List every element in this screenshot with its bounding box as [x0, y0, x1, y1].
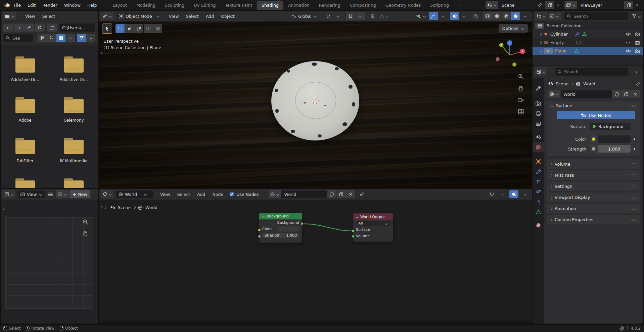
unlink-world-button[interactable]: ✕	[631, 90, 640, 98]
background-color-field[interactable]	[278, 226, 299, 232]
display-vertical-list-button[interactable]	[38, 34, 47, 42]
mist-pass-panel-header[interactable]: Mist Pass	[547, 170, 640, 180]
breadcrumb-world[interactable]: World	[583, 81, 595, 86]
folder-item[interactable]: Addictive Dr...	[5, 56, 45, 96]
camera-view-icon[interactable]	[518, 98, 524, 102]
snap-target-dropdown[interactable]	[333, 12, 342, 20]
filter-toggle-button[interactable]	[77, 34, 86, 42]
folder-item[interactable]: Addictive Dr...	[54, 56, 94, 96]
filter-options-dropdown[interactable]	[86, 34, 95, 42]
shader-editor-type-button[interactable]	[101, 190, 113, 198]
hand-icon[interactable]	[83, 231, 88, 237]
new-image-button[interactable]: + New	[70, 190, 90, 198]
collapse-node-chevron[interactable]	[262, 215, 265, 217]
outliner-type-button[interactable]	[535, 12, 547, 20]
tweak-tool-button[interactable]	[102, 24, 112, 34]
transform-orientation-dropdown[interactable]: Global	[289, 12, 320, 20]
tab-object[interactable]	[533, 156, 544, 166]
unlink-world-button[interactable]: ✕	[346, 190, 355, 198]
zoom-icon[interactable]	[83, 219, 88, 225]
back-button[interactable]: ←	[3, 24, 13, 32]
file-search-field[interactable]	[3, 34, 33, 42]
tab-modifiers[interactable]	[533, 166, 544, 176]
folder-item[interactable]: FabFilter	[5, 137, 45, 178]
panel-drag-grip[interactable]	[630, 196, 637, 199]
shading-wireframe-button[interactable]	[483, 12, 492, 20]
proportional-edit-button[interactable]	[368, 12, 377, 20]
viewlayer-copy-button[interactable]	[624, 1, 633, 9]
node-snap-button[interactable]	[487, 190, 496, 198]
panel-drag-grip[interactable]	[630, 218, 637, 221]
disable-render-camera-icon[interactable]	[635, 32, 640, 36]
menu-help[interactable]: Help	[84, 2, 100, 9]
hidden-eye-icon[interactable]	[626, 41, 631, 44]
shader-overlays-dropdown[interactable]	[520, 190, 530, 198]
background-node[interactable]: Background Background Color Strength1.00…	[259, 213, 302, 243]
folder-item[interactable]: Celemony	[54, 96, 94, 137]
hide-eye-icon[interactable]	[626, 32, 631, 36]
folder-item[interactable]	[5, 178, 45, 188]
tab-compositing[interactable]: Compositing	[345, 1, 380, 10]
hand-icon[interactable]	[518, 86, 523, 91]
forward-button[interactable]: →	[14, 24, 24, 32]
snap-toggle-button[interactable]	[324, 12, 333, 20]
disable-render-camera-icon[interactable]	[635, 49, 640, 53]
tab-physics[interactable]	[533, 186, 544, 197]
snap-settings-dropdown[interactable]	[356, 12, 365, 20]
copy-world-button[interactable]	[337, 190, 346, 198]
collapsed-menus-icon[interactable]	[48, 193, 53, 196]
outliner-filter-button[interactable]	[632, 12, 641, 20]
file-browser-type-button[interactable]	[3, 12, 16, 20]
node-canvas[interactable]: Scene World Background Background Color …	[99, 200, 532, 324]
hide-eye-icon[interactable]	[626, 49, 631, 53]
tab-object-data[interactable]	[533, 207, 544, 217]
browse-world-button[interactable]	[269, 190, 281, 198]
shading-rendered-button[interactable]	[511, 12, 520, 20]
expand-chevron[interactable]	[539, 41, 542, 44]
panel-drag-grip[interactable]	[630, 207, 637, 210]
show-gizmo-button[interactable]	[429, 12, 438, 20]
tab-sculpting[interactable]: Sculpting	[160, 1, 189, 10]
pin-icon[interactable]	[360, 192, 364, 197]
options-button[interactable]: Options	[499, 24, 528, 33]
scene-unlink-button[interactable]: ✕	[555, 3, 562, 8]
background-strength-field[interactable]: Strength1.000	[262, 233, 299, 238]
tab-shading[interactable]: Shading	[257, 1, 283, 10]
select-intersect-mode-button[interactable]	[153, 24, 162, 33]
scene-browse-button[interactable]	[486, 1, 498, 9]
animation-panel-header[interactable]: Animation	[547, 204, 640, 213]
tab-material[interactable]	[533, 220, 544, 230]
tab-layout[interactable]: Layout	[108, 1, 132, 10]
strength-input-socket[interactable]	[258, 235, 261, 238]
expand-chevron[interactable]	[539, 49, 542, 52]
volume-panel-header[interactable]: Volume	[547, 159, 640, 169]
shader-add-menu[interactable]: Add	[194, 191, 208, 198]
display-thumbnails-button[interactable]	[56, 34, 65, 42]
toolbar-expand-chevron[interactable]	[100, 50, 102, 55]
tab-scene[interactable]	[533, 132, 544, 142]
surface-input-socket[interactable]	[352, 230, 355, 233]
menu-window[interactable]: Window	[61, 2, 84, 9]
settings-panel-header[interactable]: Settings	[547, 181, 640, 191]
tab-animation[interactable]: Animation	[283, 1, 314, 10]
world-output-node[interactable]: World Output All Surface Volume	[353, 213, 393, 242]
strength-value-field[interactable]: 1.000	[598, 145, 631, 153]
outliner-row-empty[interactable]: Empty	[533, 38, 643, 47]
image-mode-dropdown[interactable]: View	[18, 191, 45, 198]
folder-item[interactable]: IK Multimedia	[54, 137, 94, 178]
keyframe-dot[interactable]	[634, 148, 635, 150]
select-subtract-mode-button[interactable]	[134, 24, 143, 33]
keyframe-dot[interactable]	[634, 138, 635, 140]
viewport-editor-type-button[interactable]	[101, 12, 114, 20]
volume-input-socket[interactable]	[352, 235, 355, 238]
folder-item[interactable]	[54, 178, 94, 188]
gizmo-dropdown[interactable]	[438, 12, 447, 20]
scene-copy-button[interactable]	[545, 1, 554, 9]
object-visibility-dropdown[interactable]	[416, 12, 426, 20]
color-input-socket[interactable]	[258, 229, 261, 232]
fake-user-button[interactable]	[612, 90, 621, 98]
disable-render-camera-icon[interactable]	[635, 41, 640, 45]
magnet-snap-button[interactable]	[346, 12, 355, 20]
viewport-display-panel-header[interactable]: Viewport Display	[547, 193, 640, 202]
select-extend-mode-button[interactable]	[125, 24, 134, 33]
